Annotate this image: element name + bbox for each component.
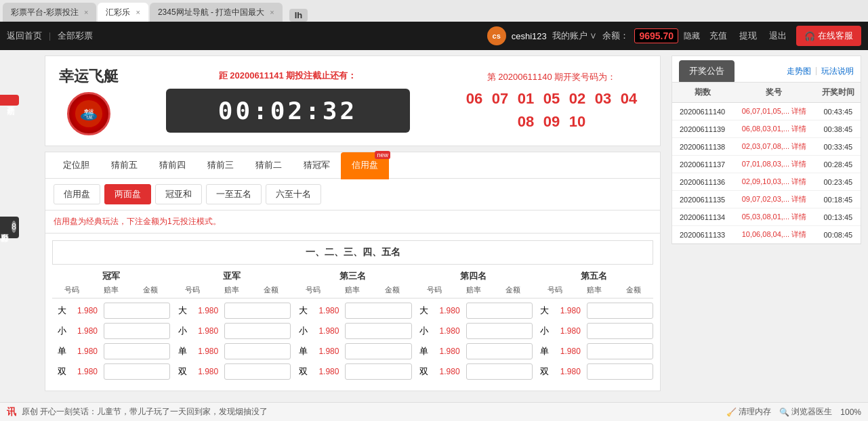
tab-dingweidan[interactable]: 定位胆 [52,152,100,179]
browser-tab-2-close[interactable]: × [136,8,140,16]
avatar: cs [487,26,506,45]
history-period: 20200611134 [672,208,732,226]
label-da-2: 大 [173,305,192,317]
input-shuang-4[interactable] [466,363,533,380]
detail-link[interactable]: 详情 [791,125,806,133]
input-shuang-2[interactable] [224,363,291,380]
detail-link[interactable]: 详情 [791,107,806,115]
label-shuang-4: 双 [415,365,434,378]
sub-tab-liangmianpan[interactable]: 两面盘 [104,184,151,204]
online-service-btn[interactable]: 🎧 在线客服 [796,26,861,46]
sub-tab-yizhiwu[interactable]: 一至五名 [206,184,262,204]
balance-label: 余额： [602,30,629,42]
browser-tab-1-label: 彩票平台-彩票投注 [11,7,79,18]
rp-tab-kaijang[interactable]: 开奖公告 [679,60,735,82]
input-xiao-5[interactable] [587,323,653,339]
history-row: 20200611135 09,07,02,03,... 详情 00:18:45 [672,191,861,208]
countdown-header: 距 20200611141 期投注截止还有： [166,70,410,82]
all-lottery-link[interactable]: 全部彩票 [58,30,93,42]
detail-link[interactable]: 详情 [791,230,806,238]
result-num-2: 07 [490,90,510,108]
animation-toggle-btn[interactable]: 开启动画 [0,95,19,106]
detail-link[interactable]: 详情 [791,195,806,203]
detail-link[interactable]: 详情 [791,213,806,221]
history-time: 00:13:45 [816,208,861,226]
withdraw-btn[interactable]: 提现 [737,30,760,42]
right-panel: 开奖公告 走势图 | 玩法说明 期数 奖号 开奖时间 202006 [671,56,861,395]
label-dan-4: 单 [415,345,434,357]
tab-xinyongpan[interactable]: 信用盘 new [341,152,389,179]
input-xiao-1[interactable] [104,323,170,339]
label-xiao-4: 小 [415,325,434,337]
input-xiao-2[interactable] [224,323,291,339]
right-panel-tabs: 开奖公告 走势图 | 玩法说明 [671,56,861,83]
result-numbers: 06 07 01 05 02 03 04 08 09 10 [457,90,646,131]
sub-tab-liuzhishi[interactable]: 六至十名 [266,184,321,204]
more-games-count: 8 [12,221,16,233]
clean-icon: 🧹 [726,407,737,416]
history-period: 20200611138 [672,138,732,156]
browser-tab-2[interactable]: 汇彩乐 × [98,3,148,22]
input-shuang-3[interactable] [345,363,411,380]
history-time: 00:38:45 [816,120,861,138]
odds-shuang-5: 1.980 [556,367,585,376]
account-link[interactable]: 我的账户 ∨ [552,30,598,42]
input-xiao-3[interactable] [345,323,411,339]
col-header-1: 冠军 [52,270,170,282]
history-numbers: 06,07,01,05,... 详情 [732,103,815,120]
history-row: 20200611140 06,07,01,05,... 详情 00:43:45 [672,103,861,120]
more-games-btn[interactable]: 8 更多彩种 [0,217,19,238]
history-time: 00:23:45 [816,173,861,191]
input-dan-3[interactable] [345,343,411,359]
zoom-level: 100% [840,407,861,416]
home-link[interactable]: 返回首页 [7,30,42,42]
top-navigation: 返回首页 | 全部彩票 cs ceshi123 我的账户 ∨ 余额： 9695.… [0,22,868,50]
input-dan-5[interactable] [587,343,653,359]
input-da-2[interactable] [224,303,291,319]
odds-dan-3: 1.980 [314,347,344,356]
logout-btn[interactable]: 退出 [766,30,789,42]
input-shuang-5[interactable] [587,363,653,380]
label-shuang-1: 双 [52,365,71,378]
input-da-4[interactable] [466,303,533,319]
rules-link[interactable]: 玩法说明 [821,66,854,77]
input-xiao-4[interactable] [466,323,533,339]
browser-doctor-btn[interactable]: 🔍 浏览器医生 [779,406,832,416]
result-num-5: 02 [567,90,587,108]
input-dan-2[interactable] [224,343,291,359]
input-da-3[interactable] [345,303,411,319]
detail-link[interactable]: 详情 [791,142,806,150]
browser-tab-3[interactable]: 2345网址导航 - 打造中国最大 × [150,3,283,22]
doctor-icon: 🔍 [779,407,789,416]
lottery-result-section: 第 20200611140 期开奖号码为： 06 07 01 05 02 03 … [457,71,646,131]
trend-link[interactable]: 走势图 [787,66,811,77]
clean-memory-btn[interactable]: 🧹 清理内存 [726,406,771,416]
result-header: 第 20200611140 期开奖号码为： [457,71,646,83]
browser-tab-1[interactable]: 彩票平台-彩票投注 × [3,3,96,22]
input-da-5[interactable] [587,303,653,319]
left-panel: 幸运飞艇 幸运 飞艇 距 20200611141 期投注截止 [45,56,661,395]
detail-link[interactable]: 详情 [791,160,806,168]
tab-cai-qian-san[interactable]: 猜前三 [197,152,245,179]
sub-tab-guanyahe[interactable]: 冠亚和 [155,184,202,204]
browser-tab-3-close[interactable]: × [270,8,274,16]
col-header-3: 第三名 [293,270,411,282]
input-shuang-1[interactable] [104,363,170,380]
game-header: 幸运飞艇 幸运 飞艇 距 20200611141 期投注截止 [45,56,661,146]
hide-balance-link[interactable]: 隐藏 [684,30,700,42]
svg-text:飞艇: 飞艇 [85,115,93,119]
username-label: ceshi123 [512,31,547,41]
recharge-btn[interactable]: 充值 [707,30,730,42]
input-dan-4[interactable] [466,343,533,359]
sub-tab-xinyongpan[interactable]: 信用盘 [54,184,100,204]
tab-cai-qian-wu[interactable]: 猜前五 [100,152,148,179]
input-da-1[interactable] [104,303,170,319]
tab-cai-qian-er[interactable]: 猜前二 [245,152,293,179]
odds-da-5: 1.980 [556,306,585,315]
input-dan-1[interactable] [104,343,170,359]
detail-link[interactable]: 详情 [791,177,806,185]
browser-tab-1-close[interactable]: × [84,8,88,16]
tab-cai-guanjun[interactable]: 猜冠军 [293,152,341,179]
tab-cai-qian-si[interactable]: 猜前四 [148,152,197,179]
game-title-section: 幸运飞艇 幸运 飞艇 [59,66,119,135]
